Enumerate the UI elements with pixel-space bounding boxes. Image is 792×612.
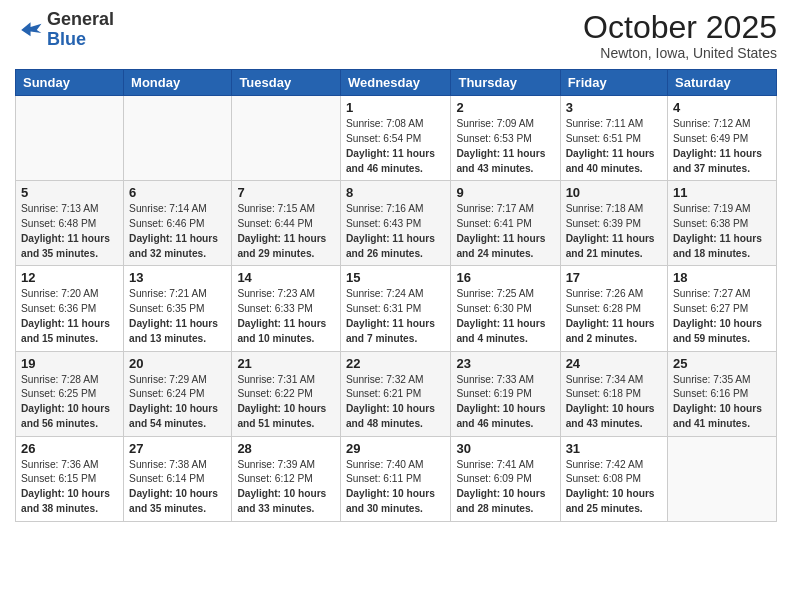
table-row: 8Sunrise: 7:16 AMSunset: 6:43 PMDaylight…: [340, 181, 451, 266]
header-friday: Friday: [560, 70, 667, 96]
cell-content: Sunrise: 7:39 AMSunset: 6:12 PMDaylight:…: [237, 458, 335, 517]
logo: General Blue: [15, 10, 114, 50]
table-row: 9Sunrise: 7:17 AMSunset: 6:41 PMDaylight…: [451, 181, 560, 266]
cell-content: Sunrise: 7:31 AMSunset: 6:22 PMDaylight:…: [237, 373, 335, 432]
month-title: October 2025: [583, 10, 777, 45]
table-row: 20Sunrise: 7:29 AMSunset: 6:24 PMDayligh…: [124, 351, 232, 436]
table-row: 19Sunrise: 7:28 AMSunset: 6:25 PMDayligh…: [16, 351, 124, 436]
table-row: 26Sunrise: 7:36 AMSunset: 6:15 PMDayligh…: [16, 436, 124, 521]
logo-general-text: General: [47, 9, 114, 29]
table-row: [232, 96, 341, 181]
cell-content: Sunrise: 7:12 AMSunset: 6:49 PMDaylight:…: [673, 117, 771, 176]
day-number: 14: [237, 270, 335, 285]
day-number: 18: [673, 270, 771, 285]
page: General Blue October 2025 Newton, Iowa, …: [0, 0, 792, 612]
calendar-week-row: 12Sunrise: 7:20 AMSunset: 6:36 PMDayligh…: [16, 266, 777, 351]
cell-content: Sunrise: 7:28 AMSunset: 6:25 PMDaylight:…: [21, 373, 118, 432]
table-row: 2Sunrise: 7:09 AMSunset: 6:53 PMDaylight…: [451, 96, 560, 181]
header-saturday: Saturday: [668, 70, 777, 96]
table-row: 16Sunrise: 7:25 AMSunset: 6:30 PMDayligh…: [451, 266, 560, 351]
calendar-table: Sunday Monday Tuesday Wednesday Thursday…: [15, 69, 777, 522]
cell-content: Sunrise: 7:17 AMSunset: 6:41 PMDaylight:…: [456, 202, 554, 261]
cell-content: Sunrise: 7:23 AMSunset: 6:33 PMDaylight:…: [237, 287, 335, 346]
cell-content: Sunrise: 7:25 AMSunset: 6:30 PMDaylight:…: [456, 287, 554, 346]
day-number: 13: [129, 270, 226, 285]
cell-content: Sunrise: 7:32 AMSunset: 6:21 PMDaylight:…: [346, 373, 446, 432]
table-row: 25Sunrise: 7:35 AMSunset: 6:16 PMDayligh…: [668, 351, 777, 436]
day-number: 27: [129, 441, 226, 456]
day-number: 29: [346, 441, 446, 456]
day-number: 7: [237, 185, 335, 200]
cell-content: Sunrise: 7:16 AMSunset: 6:43 PMDaylight:…: [346, 202, 446, 261]
day-number: 9: [456, 185, 554, 200]
calendar-week-row: 19Sunrise: 7:28 AMSunset: 6:25 PMDayligh…: [16, 351, 777, 436]
day-number: 15: [346, 270, 446, 285]
header-monday: Monday: [124, 70, 232, 96]
cell-content: Sunrise: 7:11 AMSunset: 6:51 PMDaylight:…: [566, 117, 662, 176]
day-number: 16: [456, 270, 554, 285]
day-number: 8: [346, 185, 446, 200]
table-row: 6Sunrise: 7:14 AMSunset: 6:46 PMDaylight…: [124, 181, 232, 266]
cell-content: Sunrise: 7:40 AMSunset: 6:11 PMDaylight:…: [346, 458, 446, 517]
table-row: 4Sunrise: 7:12 AMSunset: 6:49 PMDaylight…: [668, 96, 777, 181]
day-number: 21: [237, 356, 335, 371]
table-row: 21Sunrise: 7:31 AMSunset: 6:22 PMDayligh…: [232, 351, 341, 436]
table-row: 22Sunrise: 7:32 AMSunset: 6:21 PMDayligh…: [340, 351, 451, 436]
table-row: 10Sunrise: 7:18 AMSunset: 6:39 PMDayligh…: [560, 181, 667, 266]
cell-content: Sunrise: 7:26 AMSunset: 6:28 PMDaylight:…: [566, 287, 662, 346]
day-number: 11: [673, 185, 771, 200]
cell-content: Sunrise: 7:35 AMSunset: 6:16 PMDaylight:…: [673, 373, 771, 432]
table-row: [668, 436, 777, 521]
day-number: 3: [566, 100, 662, 115]
cell-content: Sunrise: 7:19 AMSunset: 6:38 PMDaylight:…: [673, 202, 771, 261]
logo-icon: [15, 16, 43, 44]
table-row: 11Sunrise: 7:19 AMSunset: 6:38 PMDayligh…: [668, 181, 777, 266]
day-number: 23: [456, 356, 554, 371]
cell-content: Sunrise: 7:18 AMSunset: 6:39 PMDaylight:…: [566, 202, 662, 261]
table-row: 27Sunrise: 7:38 AMSunset: 6:14 PMDayligh…: [124, 436, 232, 521]
cell-content: Sunrise: 7:13 AMSunset: 6:48 PMDaylight:…: [21, 202, 118, 261]
table-row: 23Sunrise: 7:33 AMSunset: 6:19 PMDayligh…: [451, 351, 560, 436]
header-tuesday: Tuesday: [232, 70, 341, 96]
header-wednesday: Wednesday: [340, 70, 451, 96]
day-number: 28: [237, 441, 335, 456]
day-number: 30: [456, 441, 554, 456]
day-number: 4: [673, 100, 771, 115]
table-row: 29Sunrise: 7:40 AMSunset: 6:11 PMDayligh…: [340, 436, 451, 521]
header: General Blue October 2025 Newton, Iowa, …: [15, 10, 777, 61]
weekday-header-row: Sunday Monday Tuesday Wednesday Thursday…: [16, 70, 777, 96]
day-number: 17: [566, 270, 662, 285]
logo-blue-text: Blue: [47, 29, 86, 49]
day-number: 10: [566, 185, 662, 200]
table-row: 1Sunrise: 7:08 AMSunset: 6:54 PMDaylight…: [340, 96, 451, 181]
header-thursday: Thursday: [451, 70, 560, 96]
table-row: 13Sunrise: 7:21 AMSunset: 6:35 PMDayligh…: [124, 266, 232, 351]
cell-content: Sunrise: 7:24 AMSunset: 6:31 PMDaylight:…: [346, 287, 446, 346]
table-row: 31Sunrise: 7:42 AMSunset: 6:08 PMDayligh…: [560, 436, 667, 521]
table-row: [124, 96, 232, 181]
calendar-week-row: 26Sunrise: 7:36 AMSunset: 6:15 PMDayligh…: [16, 436, 777, 521]
table-row: 14Sunrise: 7:23 AMSunset: 6:33 PMDayligh…: [232, 266, 341, 351]
table-row: 7Sunrise: 7:15 AMSunset: 6:44 PMDaylight…: [232, 181, 341, 266]
day-number: 22: [346, 356, 446, 371]
table-row: 30Sunrise: 7:41 AMSunset: 6:09 PMDayligh…: [451, 436, 560, 521]
cell-content: Sunrise: 7:29 AMSunset: 6:24 PMDaylight:…: [129, 373, 226, 432]
calendar-week-row: 1Sunrise: 7:08 AMSunset: 6:54 PMDaylight…: [16, 96, 777, 181]
table-row: 12Sunrise: 7:20 AMSunset: 6:36 PMDayligh…: [16, 266, 124, 351]
cell-content: Sunrise: 7:27 AMSunset: 6:27 PMDaylight:…: [673, 287, 771, 346]
cell-content: Sunrise: 7:09 AMSunset: 6:53 PMDaylight:…: [456, 117, 554, 176]
day-number: 26: [21, 441, 118, 456]
day-number: 5: [21, 185, 118, 200]
cell-content: Sunrise: 7:41 AMSunset: 6:09 PMDaylight:…: [456, 458, 554, 517]
table-row: 17Sunrise: 7:26 AMSunset: 6:28 PMDayligh…: [560, 266, 667, 351]
table-row: 3Sunrise: 7:11 AMSunset: 6:51 PMDaylight…: [560, 96, 667, 181]
table-row: 18Sunrise: 7:27 AMSunset: 6:27 PMDayligh…: [668, 266, 777, 351]
cell-content: Sunrise: 7:36 AMSunset: 6:15 PMDaylight:…: [21, 458, 118, 517]
table-row: 28Sunrise: 7:39 AMSunset: 6:12 PMDayligh…: [232, 436, 341, 521]
cell-content: Sunrise: 7:14 AMSunset: 6:46 PMDaylight:…: [129, 202, 226, 261]
cell-content: Sunrise: 7:08 AMSunset: 6:54 PMDaylight:…: [346, 117, 446, 176]
cell-content: Sunrise: 7:42 AMSunset: 6:08 PMDaylight:…: [566, 458, 662, 517]
day-number: 6: [129, 185, 226, 200]
svg-marker-0: [21, 22, 41, 36]
location: Newton, Iowa, United States: [583, 45, 777, 61]
